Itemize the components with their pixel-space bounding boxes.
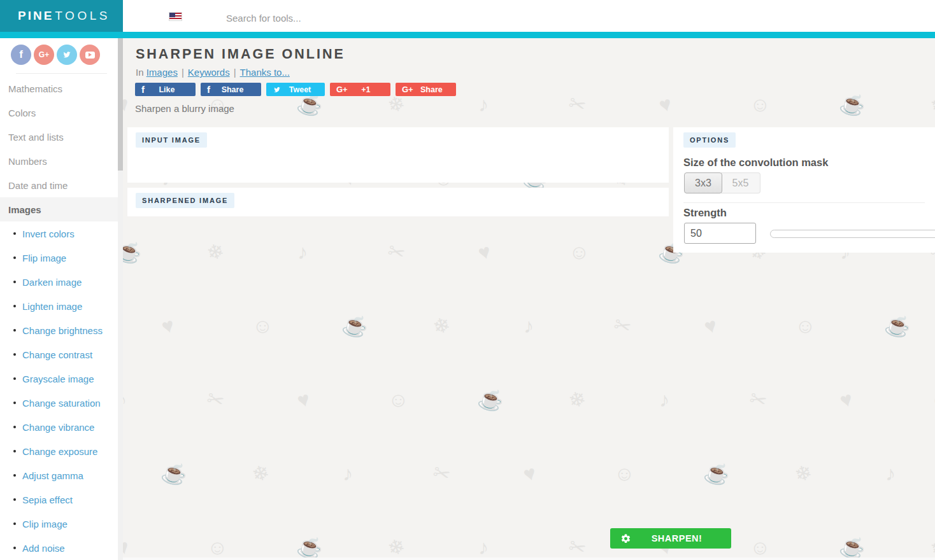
header-accent-strip	[0, 32, 935, 38]
scissors-icon: ✂	[611, 314, 634, 338]
sharpened-image-panel: SHARPENED IMAGE	[127, 188, 669, 216]
google-plus-one-button[interactable]: G+ +1	[330, 83, 390, 96]
youtube-icon[interactable]	[80, 45, 100, 65]
tool-link-sepia-effect[interactable]: Sepia effect	[0, 487, 123, 512]
music-note-icon: ♪	[123, 389, 127, 410]
heart-icon: ♥	[657, 93, 674, 116]
bullet-icon	[13, 377, 16, 380]
music-note-icon: ♪	[478, 94, 489, 115]
hamburger-menu-icon[interactable]	[134, 10, 149, 22]
language-selector[interactable]: EN	[169, 11, 201, 22]
snowflake-icon: ❄	[792, 461, 815, 486]
bullet-icon	[13, 256, 16, 259]
tool-link-change-brightness[interactable]: Change brightness	[0, 318, 123, 342]
facebook-like-button[interactable]: f Like	[135, 83, 196, 96]
bullet-icon	[13, 547, 16, 549]
music-note-icon: ♪	[478, 537, 489, 557]
sidebar-item-date-and-time[interactable]: Date and time	[0, 173, 123, 197]
mask-size-3x3-button[interactable]: 3x3	[684, 172, 722, 193]
snowflake-icon: ❄	[204, 240, 227, 264]
coffee-icon: ☕	[883, 312, 913, 339]
tool-link-darken-image[interactable]: Darken image	[0, 270, 123, 294]
twitter-bird-icon	[273, 86, 282, 94]
sidebar-scrollbar[interactable]	[118, 38, 123, 560]
sidebar-item-numbers[interactable]: Numbers	[0, 149, 123, 173]
tool-link-change-exposure[interactable]: Change exposure	[0, 439, 123, 463]
sharpened-image-label: SHARPENED IMAGE	[136, 193, 234, 208]
tool-link-change-saturation[interactable]: Change saturation	[0, 391, 123, 415]
social-links: f G+	[0, 38, 123, 65]
tool-description: Sharpen a blurry image	[135, 103, 234, 114]
sidebar-item-colors[interactable]: Colors	[0, 101, 123, 125]
gear-icon	[620, 533, 631, 544]
sidebar-divider	[16, 73, 107, 74]
music-note-icon: ♪	[524, 316, 534, 336]
sharpen-button[interactable]: SHARPEN!	[610, 528, 731, 549]
scissors-icon: ✂	[204, 388, 227, 412]
logo-text-pine: PINE	[18, 9, 54, 23]
smiley-icon: ☺	[207, 537, 228, 557]
breadcrumb-link-thanks-to[interactable]: Thanks to...	[240, 67, 290, 78]
sidebar-item-mathematics[interactable]: Mathematics	[0, 76, 123, 101]
breadcrumb-link-images[interactable]: Images	[146, 67, 178, 78]
breadcrumb-prefix: In	[136, 67, 144, 78]
smiley-icon: ☺	[252, 316, 273, 336]
facebook-icon[interactable]: f	[11, 45, 31, 65]
input-image-panel[interactable]: INPUT IMAGE	[127, 127, 669, 183]
tool-link-change-vibrance[interactable]: Change vibrance	[0, 415, 123, 439]
heart-icon: ♥	[123, 93, 131, 116]
coffee-icon: ☕	[340, 312, 370, 339]
pinetools-logo[interactable]: PINE TOOLS	[0, 0, 123, 32]
tool-link-flip-image[interactable]: Flip image	[0, 246, 123, 270]
tool-link-change-contrast[interactable]: Change contrast	[0, 342, 123, 367]
page-title: SHARPEN IMAGE ONLINE	[136, 46, 345, 62]
coffee-icon: ☕	[838, 534, 867, 560]
heart-icon: ♥	[476, 241, 493, 263]
strength-slider[interactable]	[770, 230, 935, 238]
breadcrumb-link-keywords[interactable]: Keywords	[188, 67, 230, 78]
mask-size-heading: Size of the convolution mask	[683, 157, 828, 169]
coffee-icon: ☕	[295, 534, 325, 560]
tool-link-grayscale-image[interactable]: Grayscale image	[0, 367, 123, 391]
bullet-icon	[13, 232, 16, 235]
options-divider	[683, 202, 925, 203]
coffee-icon: ☕	[159, 460, 189, 487]
bullet-icon	[13, 426, 16, 428]
heart-icon: ♥	[295, 388, 312, 411]
sidebar-item-text-and-lists[interactable]: Text and lists	[0, 125, 123, 149]
google-plus-icon[interactable]: G+	[34, 45, 54, 65]
search-input[interactable]	[217, 5, 935, 31]
tool-link-clip-image[interactable]: Clip image	[0, 512, 123, 536]
strength-input[interactable]	[684, 223, 756, 244]
tool-link-add-noise[interactable]: Add noise	[0, 536, 123, 560]
strength-heading: Strength	[683, 207, 727, 219]
heart-icon: ♥	[159, 314, 176, 337]
music-note-icon: ♪	[297, 242, 308, 262]
google-plus-share-button[interactable]: G+ Share	[396, 83, 456, 96]
google-plus-icon: G+	[336, 85, 348, 94]
tweet-button[interactable]: Tweet	[266, 83, 325, 96]
bullet-icon	[13, 353, 16, 356]
options-panel: OPTIONS Size of the convolution mask 3x3…	[673, 127, 935, 253]
music-note-icon: ♪	[885, 463, 896, 484]
coffee-icon: ☕	[702, 460, 732, 487]
snowflake-icon: ❄	[385, 535, 408, 559]
snowflake-icon: ❄	[250, 461, 272, 486]
tool-link-adjust-gamma[interactable]: Adjust gamma	[0, 463, 123, 487]
snowflake-icon: ❄	[431, 314, 453, 338]
smiley-icon: ☺	[750, 537, 771, 557]
tool-link-invert-colors[interactable]: Invert colors	[0, 221, 123, 246]
snowflake-icon: ❄	[928, 535, 935, 559]
sharpen-button-label: SHARPEN!	[631, 533, 731, 543]
coffee-icon: ☕	[123, 239, 145, 265]
bullet-icon	[13, 305, 16, 307]
sidebar-item-images[interactable]: Images	[0, 197, 123, 221]
mask-size-5x5-button[interactable]: 5x5	[721, 172, 760, 193]
facebook-share-button[interactable]: f Share	[201, 83, 261, 96]
tool-link-lighten-image[interactable]: Lighten image	[0, 294, 123, 318]
smiley-icon: ☺	[614, 463, 635, 484]
twitter-icon[interactable]	[57, 45, 77, 65]
language-label: EN	[188, 11, 201, 22]
smiley-icon: ☺	[388, 389, 409, 410]
sidebar-scrollbar-thumb[interactable]	[118, 38, 123, 171]
